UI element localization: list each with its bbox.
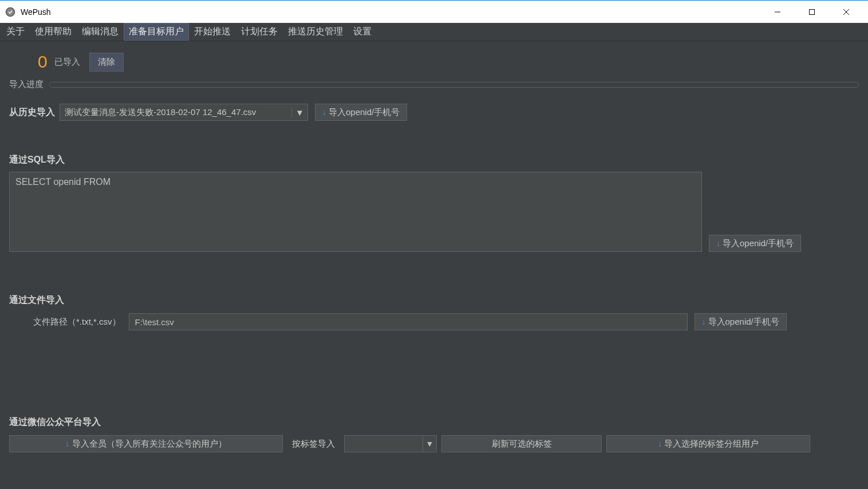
file-import-row: 文件路径（*.txt,*.csv） ↓ 导入openid/手机号 bbox=[9, 313, 859, 330]
file-import-title: 通过文件导入 bbox=[9, 294, 859, 306]
chevron-down-icon: ▼ bbox=[423, 436, 436, 452]
sql-textarea[interactable] bbox=[9, 172, 702, 252]
refresh-tags-button[interactable]: 刷新可选的标签 bbox=[441, 435, 602, 452]
app-icon bbox=[5, 6, 16, 18]
clear-button[interactable]: 清除 bbox=[89, 53, 124, 72]
wechat-import-row: ↓ 导入全员（导入所有关注公众号的用户） 按标签导入 ▼ 刷新可选的标签 ↓ 导… bbox=[9, 435, 859, 452]
tab-help[interactable]: 使用帮助 bbox=[30, 23, 77, 41]
download-arrow-icon: ↓ bbox=[702, 317, 706, 326]
close-button[interactable] bbox=[829, 2, 863, 22]
download-arrow-icon: ↓ bbox=[66, 439, 70, 448]
history-import-button[interactable]: ↓ 导入openid/手机号 bbox=[315, 104, 407, 121]
chevron-down-icon: ▼ bbox=[291, 108, 303, 117]
history-file-select[interactable]: 测试变量消息-发送失败-2018-02-07 12_46_47.csv ▼ bbox=[60, 104, 308, 121]
history-file-selected: 测试变量消息-发送失败-2018-02-07 12_46_47.csv bbox=[65, 107, 287, 118]
file-path-input[interactable] bbox=[129, 313, 688, 330]
main-tabs: 关于 使用帮助 编辑消息 准备目标用户 开始推送 计划任务 推送历史管理 设置 bbox=[0, 23, 868, 41]
tab-settings[interactable]: 设置 bbox=[348, 23, 377, 41]
sql-import-button[interactable]: ↓ 导入openid/手机号 bbox=[709, 235, 801, 252]
sql-import-button-label: 导入openid/手机号 bbox=[723, 238, 794, 249]
maximize-button[interactable] bbox=[795, 2, 829, 22]
file-path-label: 文件路径（*.txt,*.csv） bbox=[33, 317, 121, 328]
minimize-button[interactable] bbox=[760, 2, 795, 22]
imported-count: 0 bbox=[38, 52, 48, 72]
history-import-button-label: 导入openid/手机号 bbox=[329, 107, 400, 118]
window-titlebar: WePush bbox=[0, 0, 868, 23]
by-tag-label: 按标签导入 bbox=[287, 439, 340, 449]
file-import-button[interactable]: ↓ 导入openid/手机号 bbox=[695, 313, 787, 330]
svg-point-0 bbox=[6, 7, 15, 16]
import-by-tag-button-label: 导入选择的标签分组用户 bbox=[664, 439, 759, 449]
imported-label: 已导入 bbox=[54, 57, 80, 68]
sql-import-title: 通过SQL导入 bbox=[9, 154, 859, 166]
tag-select[interactable]: ▼ bbox=[344, 435, 437, 452]
download-arrow-icon: ↓ bbox=[658, 439, 662, 448]
wechat-import-title: 通过微信公众平台导入 bbox=[9, 416, 859, 428]
import-by-tag-button[interactable]: ↓ 导入选择的标签分组用户 bbox=[606, 435, 810, 452]
tab-push-history[interactable]: 推送历史管理 bbox=[283, 23, 348, 41]
tab-about[interactable]: 关于 bbox=[1, 23, 30, 41]
tab-scheduled-tasks[interactable]: 计划任务 bbox=[236, 23, 283, 41]
download-arrow-icon: ↓ bbox=[322, 108, 326, 117]
import-progress-bar bbox=[49, 82, 859, 88]
history-import-row: 从历史导入 测试变量消息-发送失败-2018-02-07 12_46_47.cs… bbox=[9, 104, 859, 121]
window-title: WePush bbox=[21, 7, 760, 17]
tab-prepare-users[interactable]: 准备目标用户 bbox=[124, 23, 189, 41]
import-all-button-label: 导入全员（导入所有关注公众号的用户） bbox=[72, 439, 227, 449]
download-arrow-icon: ↓ bbox=[716, 239, 720, 248]
history-import-label: 从历史导入 bbox=[9, 107, 55, 119]
imported-status-row: 0 已导入 清除 bbox=[9, 48, 859, 76]
file-import-button-label: 导入openid/手机号 bbox=[708, 317, 779, 328]
tab-start-push[interactable]: 开始推送 bbox=[189, 23, 236, 41]
import-progress-row: 导入进度 bbox=[9, 79, 859, 90]
sql-import-row: ↓ 导入openid/手机号 bbox=[9, 172, 859, 252]
main-content: 0 已导入 清除 导入进度 从历史导入 测试变量消息-发送失败-2018-02-… bbox=[0, 41, 868, 489]
svg-rect-2 bbox=[810, 9, 815, 14]
window-controls bbox=[760, 2, 863, 22]
progress-label: 导入进度 bbox=[9, 79, 44, 90]
import-all-button[interactable]: ↓ 导入全员（导入所有关注公众号的用户） bbox=[9, 435, 283, 452]
tab-edit-message[interactable]: 编辑消息 bbox=[77, 23, 124, 41]
